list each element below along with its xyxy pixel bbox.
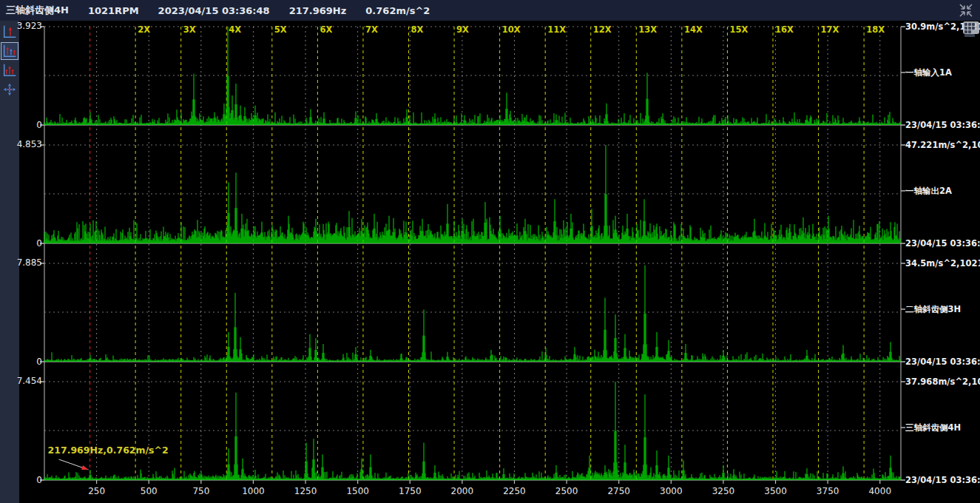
- channel-peak-info: 47.221m/s^2,1021RPM: [905, 140, 980, 150]
- spectrum-trace: [44, 27, 900, 125]
- y-zero-label: 0: [0, 120, 42, 130]
- spectrum-svg[interactable]: 2X3X4X5X6X7X8X9X10X11X12X13X14X15X16X17X…: [44, 27, 901, 489]
- y-max-label: 7.885: [0, 257, 42, 268]
- x-tick-label: 2750: [607, 486, 630, 496]
- header-datetime: 2023/04/15 03:36:48: [158, 5, 270, 16]
- channel-name: 三轴斜齿侧4H: [905, 422, 980, 433]
- x-tick-label: 4000: [868, 486, 891, 496]
- header-bar: 三轴斜齿侧4H 1021RPM 2023/04/15 03:36:48 217.…: [0, 0, 980, 21]
- x-tick-label: 1250: [294, 486, 317, 496]
- y-max-label: 3.923: [0, 21, 42, 31]
- header-rpm: 1021RPM: [88, 5, 139, 16]
- harmonic-label: 12X: [593, 24, 612, 35]
- channel-name: 一轴输出2A: [905, 186, 980, 197]
- cursor-annotation: 217.969Hz,0.762m/s^2: [48, 445, 169, 470]
- pan-move-icon[interactable]: [1, 81, 18, 98]
- channel-name: 二轴斜齿侧3H: [905, 304, 980, 315]
- x-tick-label: 3000: [660, 486, 683, 496]
- harmonic-label: 9X: [456, 24, 469, 35]
- y-max-label: 4.853: [0, 139, 42, 149]
- x-tick-label: 2000: [451, 486, 474, 496]
- y-zero-label: 0: [0, 238, 42, 249]
- header-amplitude: 0.762m/s^2: [365, 5, 430, 16]
- x-tick-label: 3750: [817, 486, 839, 496]
- harmonic-label: 8X: [411, 24, 424, 35]
- harmonic-label: 10X: [502, 24, 521, 35]
- x-tick-label: 2500: [555, 486, 578, 496]
- harmonic-label: 6X: [320, 24, 332, 35]
- collapse-icon[interactable]: [958, 2, 974, 18]
- channel-peak-info: 34.5m/s^2,1021RPM: [905, 258, 980, 269]
- x-tick-label: 1000: [242, 486, 265, 496]
- mini-keyboard-icon[interactable]: [963, 21, 979, 34]
- harmonic-label: 17X: [821, 24, 839, 35]
- harmonic-label: 11X: [547, 24, 566, 35]
- x-tick-label: 1500: [346, 486, 369, 496]
- harmonic-label: 16X: [775, 24, 794, 35]
- channel-name: 一轴输入1A: [905, 67, 980, 78]
- x-tick-label: 3500: [764, 486, 787, 496]
- harmonic-label: 4X: [229, 24, 241, 35]
- header-title: 三轴斜齿侧4H: [6, 4, 69, 17]
- channel-timestamp: 23/04/15 03:36:48: [905, 120, 980, 130]
- x-tick-label: 2250: [503, 486, 526, 496]
- harmonic-label: 15X: [729, 24, 748, 35]
- channel-peak-info: 37.968m/s^2,1021RPM: [905, 377, 980, 387]
- harmonic-label: 7X: [365, 24, 378, 35]
- x-tick-label: 750: [192, 486, 209, 496]
- channel-timestamp: 23/04/15 03:36:48: [905, 475, 980, 485]
- harmonic-label: 2X: [138, 24, 150, 35]
- svg-text:217.969Hz,0.762m/s^2: 217.969Hz,0.762m/s^2: [48, 445, 169, 456]
- harmonic-label: 5X: [274, 24, 287, 35]
- harmonic-label: 14X: [684, 24, 703, 35]
- channel-timestamp: 23/04/15 03:36:48: [905, 357, 980, 367]
- spectrum-trace: [44, 266, 900, 362]
- header-frequency: 217.969Hz: [289, 5, 347, 16]
- x-tick-label: 1750: [399, 486, 422, 496]
- y-zero-label: 0: [0, 475, 42, 485]
- x-tick-label: 3250: [712, 486, 735, 496]
- x-tick-label: 500: [141, 486, 158, 496]
- spectrum-trace: [44, 382, 900, 480]
- spectrum-trace: [44, 145, 900, 243]
- x-tick-label: 250: [88, 486, 105, 496]
- harmonic-label: 3X: [183, 24, 196, 35]
- sideband-cursor-icon[interactable]: [1, 61, 18, 79]
- harmonic-label: 18X: [866, 24, 885, 35]
- y-zero-label: 0: [0, 357, 42, 367]
- spectrum-plot-area[interactable]: 2X3X4X5X6X7X8X9X10X11X12X13X14X15X16X17X…: [44, 27, 901, 480]
- harmonic-label: 13X: [638, 24, 657, 35]
- channel-timestamp: 23/04/15 03:36:48: [905, 238, 980, 249]
- harmonic-cursor-icon[interactable]: [1, 42, 18, 60]
- y-max-label: 7.454: [0, 376, 42, 386]
